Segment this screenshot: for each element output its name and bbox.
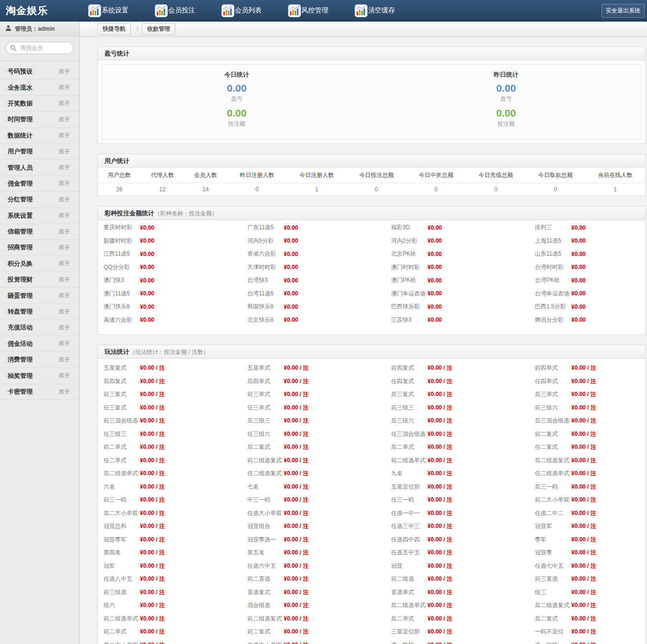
sidebar-item-5[interactable]: 用户管理展开 <box>0 144 79 160</box>
sidebar-item-14[interactable]: 砸蛋管理展开 <box>0 288 79 304</box>
yesterday-profit-value: 0.00 <box>371 82 641 94</box>
stat-cell: 冠亚组合¥0.00 / 注 <box>242 520 385 533</box>
stat-cell: 后二大小单双¥0.00 / 注 <box>98 507 242 520</box>
amount-value: ¥0.00 <box>571 290 586 297</box>
sidebar-item-9[interactable]: 系统设置展开 <box>0 208 79 224</box>
expand-toggle[interactable]: 展开 <box>58 179 70 187</box>
play-name: 组六 <box>104 601 140 609</box>
expand-toggle[interactable]: 展开 <box>58 340 70 348</box>
amount-value: ¥0.00 / 注 <box>284 628 309 636</box>
bar-chart-icon <box>288 4 301 17</box>
sidebar-item-15[interactable]: 转盘管理展开 <box>0 304 79 320</box>
user-stat-header: 用户总数 <box>98 168 141 183</box>
lottery-name: 台湾时时彩 <box>535 263 571 271</box>
expand-toggle[interactable]: 展开 <box>58 308 70 316</box>
sidebar-item-8[interactable]: 分红管理展开 <box>0 192 79 208</box>
stat-cell: 前二复式¥0.00 / 注 <box>529 428 645 441</box>
stat-cell: 澳门幸运农场¥0.00 <box>385 287 529 301</box>
stat-cell: 任四复式¥0.00 / 注 <box>385 375 529 388</box>
amount-value: ¥0.00 / 注 <box>284 522 309 530</box>
sidebar-item-label: 信箱管理 <box>8 227 33 236</box>
play-name: 冠军 <box>104 562 140 570</box>
stat-cell: 任选大小单双¥0.00 / 注 <box>242 639 385 644</box>
sidebar-item-17[interactable]: 佣金活动展开 <box>0 336 79 352</box>
expand-toggle[interactable]: 展开 <box>58 83 70 92</box>
sidebar-item-0[interactable]: 号码预设展开 <box>0 64 79 80</box>
expand-toggle[interactable]: 展开 <box>58 164 70 172</box>
expand-toggle[interactable]: 展开 <box>58 116 70 124</box>
sidebar-item-19[interactable]: 抽奖管理展开 <box>0 368 79 384</box>
nav-item-2[interactable]: 会员列表 <box>221 4 262 17</box>
play-name: 任选二中二 <box>535 509 571 517</box>
expand-toggle[interactable]: 展开 <box>58 99 70 107</box>
expand-toggle[interactable]: 展开 <box>58 196 70 204</box>
expand-toggle[interactable]: 展开 <box>58 356 70 364</box>
amount-value: ¥0.00 <box>140 251 154 258</box>
breadcrumb-item-quick-nav[interactable]: 快捷导航 <box>97 23 131 35</box>
sidebar-item-4[interactable]: 数据统计展开 <box>0 128 79 144</box>
expand-toggle[interactable]: 展开 <box>58 372 70 380</box>
amount-value: ¥0.00 / 注 <box>571 417 596 425</box>
stat-cell: 高速六合彩¥0.00 <box>98 314 242 327</box>
expand-toggle[interactable]: 展开 <box>58 259 70 268</box>
user-stat-value: 14 <box>184 183 227 196</box>
amount-value: ¥0.00 / 注 <box>427 509 452 517</box>
play-name: 任二复式 <box>535 443 571 451</box>
nav-item-1[interactable]: 会员投注 <box>155 4 195 17</box>
expand-toggle[interactable]: 展开 <box>58 388 70 396</box>
expand-toggle[interactable]: 展开 <box>58 276 70 284</box>
sidebar-item-10[interactable]: 信箱管理展开 <box>0 224 79 240</box>
logout-button[interactable]: 安全退出系统 <box>601 4 645 18</box>
sidebar-item-label: 时间管理 <box>8 115 33 124</box>
nav-item-label: 会员投注 <box>168 6 195 15</box>
expand-toggle[interactable]: 展开 <box>58 244 70 252</box>
nav-item-4[interactable]: 清空缓存 <box>355 4 395 17</box>
sidebar-item-16[interactable]: 充值活动展开 <box>0 320 79 336</box>
bar-chart-icon <box>221 4 234 17</box>
sidebar-item-13[interactable]: 投资理财展开 <box>0 272 79 288</box>
main-layout: 管理员：admin 号码预设展开业务流水展开开奖数据展开时间管理展开数据统计展开… <box>0 22 647 644</box>
sidebar-item-6[interactable]: 管理人员展开 <box>0 160 79 176</box>
sidebar-item-18[interactable]: 消费管理展开 <box>0 352 79 368</box>
play-name: 任二组选复式 <box>247 469 284 478</box>
grid-column: 福彩3D¥0.00河内2分彩¥0.00北京PK拾¥0.00澳门时时彩¥0.00澳… <box>385 221 529 327</box>
user-stats-table: 用户总数代理人数会员人数昨日注册人数今日注册人数今日投注总额今日中奖总额今日充值… <box>98 168 645 196</box>
amount-value: ¥0.00 / 注 <box>571 588 596 597</box>
play-name: 后二组选复式 <box>535 601 571 609</box>
stat-cell: 后二大小单双¥0.00 / 注 <box>98 639 242 644</box>
expand-toggle[interactable]: 展开 <box>58 292 70 300</box>
amount-value: ¥0.00 <box>427 290 442 297</box>
stat-cell: 巴西1.5分彩¥0.00 <box>529 300 645 314</box>
amount-value: ¥0.00 / 注 <box>140 509 165 517</box>
expand-toggle[interactable]: 展开 <box>58 228 70 236</box>
lottery-name: 天津时时彩 <box>247 263 284 271</box>
amount-value: ¥0.00 / 注 <box>571 549 596 557</box>
breadcrumb-item-current[interactable]: 收款管理 <box>142 23 175 35</box>
amount-value: ¥0.00 / 注 <box>140 457 165 465</box>
play-name: 五星定位胆 <box>391 483 427 491</box>
expand-toggle[interactable]: 展开 <box>58 211 70 220</box>
stat-cell: 北京快乐8¥0.00 <box>242 314 385 327</box>
expand-toggle[interactable]: 展开 <box>58 68 70 76</box>
sidebar-item-11[interactable]: 招商管理展开 <box>0 240 79 256</box>
expand-toggle[interactable]: 展开 <box>58 148 70 156</box>
sidebar-item-20[interactable]: 卡密管理展开 <box>0 384 79 400</box>
play-name: 前二组选单式 <box>104 615 140 623</box>
play-name: 前三组选 <box>104 588 140 597</box>
expand-toggle[interactable]: 展开 <box>58 324 70 332</box>
sidebar-item-7[interactable]: 佣金管理展开 <box>0 176 79 192</box>
sidebar-item-1[interactable]: 业务流水展开 <box>0 80 79 95</box>
nav-item-3[interactable]: 风控管理 <box>288 4 328 17</box>
play-name: 组三 <box>535 588 571 597</box>
sidebar-item-3[interactable]: 时间管理展开 <box>0 112 79 128</box>
admin-row: 管理员：admin <box>0 22 79 36</box>
play-name: 后三混合组选 <box>535 417 571 425</box>
expand-toggle[interactable]: 展开 <box>58 131 70 140</box>
nav-item-0[interactable]: 系统设置 <box>88 4 128 17</box>
play-name: 后二单式 <box>391 615 427 623</box>
sidebar-item-12[interactable]: 积分兑换展开 <box>0 256 79 272</box>
sidebar-item-2[interactable]: 开奖数据展开 <box>0 96 79 112</box>
amount-value: ¥0.00 / 注 <box>427 483 452 491</box>
top-nav: 系统设置会员投注会员列表风控管理清空缓存 <box>88 4 395 17</box>
amount-value: ¥0.00 / 注 <box>427 641 452 644</box>
